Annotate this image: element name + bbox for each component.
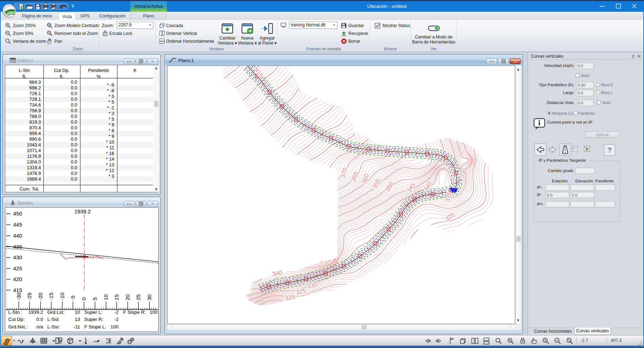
svg-text:430: 430 [13,254,22,260]
svg-text:100: 100 [149,310,158,315]
svg-text:-15: -15 [48,292,54,300]
svg-text:-10: -10 [59,292,65,300]
svg-text:-30: -30 [16,292,22,300]
svg-text:100: 100 [110,324,118,329]
svg-text:-5: -5 [70,296,76,300]
svg-text:-2: -2 [114,310,118,315]
svg-text:450: 450 [13,211,22,217]
svg-text:320: 320 [284,294,295,302]
svg-text:10: 10 [75,310,80,315]
svg-text:Grd.Lst:: Grd.Lst: [47,310,64,315]
svg-text:415: 415 [253,67,265,79]
svg-text:15: 15 [114,294,120,300]
svg-text:-25: -25 [26,292,32,300]
svg-text:330: 330 [306,281,317,290]
svg-text:370: 370 [339,167,349,178]
svg-text:445: 445 [13,222,22,228]
svg-text:0: 0 [81,297,87,300]
svg-text:0.0: 0.0 [36,317,43,322]
svg-text:L-Ssr:: L-Ssr: [47,324,60,329]
svg-text:365: 365 [350,171,359,183]
svg-text:13: 13 [75,317,80,322]
svg-text:345: 345 [406,182,417,194]
svg-text:20: 20 [125,294,131,300]
svg-text:L-Stn :: L-Stn : [8,310,22,315]
svg-text:L-Ssl:: L-Ssl: [47,317,60,322]
svg-text:415: 415 [13,287,22,293]
svg-text:Grd.Nxt.:: Grd.Nxt.: [8,324,27,329]
svg-text:335: 335 [444,191,453,202]
svg-text:30: 30 [146,294,152,300]
svg-text:10: 10 [103,294,109,300]
svg-text:360: 360 [360,173,370,185]
svg-text:n/a: n/a [36,324,43,329]
svg-text:440: 440 [13,233,22,239]
svg-text:420: 420 [13,276,22,282]
svg-text:F Slope R:: F Slope R: [123,310,146,315]
svg-text:435: 435 [13,244,22,250]
svg-text:Super R:: Super R: [84,317,103,322]
svg-text:Super L:: Super L: [84,310,102,315]
svg-text:1939.2: 1939.2 [74,208,91,214]
svg-text:?: ? [608,147,611,154]
svg-text:25: 25 [135,294,141,300]
svg-text:1939.2: 1939.2 [28,310,43,315]
svg-text:5: 5 [92,297,98,300]
svg-text:425: 425 [13,265,22,271]
svg-text:340: 340 [271,269,283,278]
svg-text:-2: -2 [114,317,118,322]
svg-text:-11: -11 [73,324,80,329]
svg-text:325: 325 [295,287,306,296]
svg-text:F Slope L:: F Slope L: [84,324,106,329]
svg-text:-20: -20 [37,292,43,300]
svg-text:Cut Dp:: Cut Dp: [8,317,25,322]
